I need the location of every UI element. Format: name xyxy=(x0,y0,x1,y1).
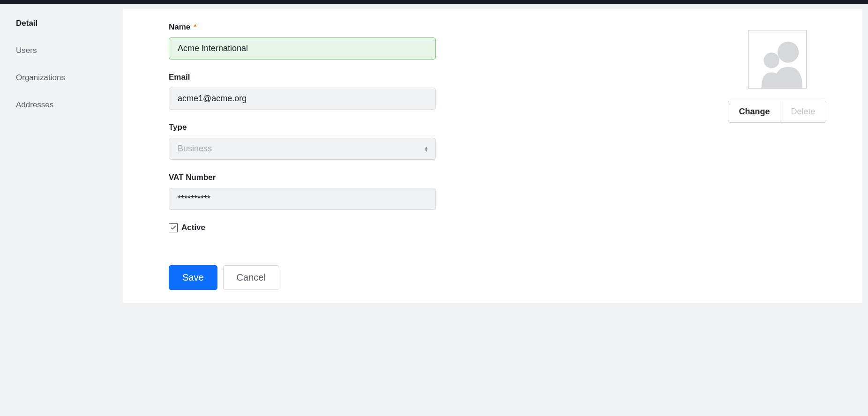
svg-point-1 xyxy=(777,42,798,63)
cancel-button[interactable]: Cancel xyxy=(223,265,279,290)
active-checkbox[interactable] xyxy=(169,223,178,232)
avatar-area: Change Delete xyxy=(707,22,847,290)
email-label: Email xyxy=(169,73,688,82)
name-label-text: Name xyxy=(169,22,190,31)
vat-group: VAT Number xyxy=(169,173,688,210)
avatar-buttons: Change Delete xyxy=(728,101,826,123)
email-group: Email xyxy=(169,73,688,110)
sidebar-item-addresses[interactable]: Addresses xyxy=(16,96,123,114)
svg-point-0 xyxy=(763,52,779,68)
sidebar-item-users[interactable]: Users xyxy=(16,41,123,60)
change-avatar-button[interactable]: Change xyxy=(728,101,780,123)
sidebar-item-organizations[interactable]: Organizations xyxy=(16,68,123,87)
active-label: Active xyxy=(181,223,205,232)
type-label: Type xyxy=(169,123,688,132)
sidebar-item-label: Detail xyxy=(16,19,37,28)
form-area: Name * Email Type Business ▲ ▼ xyxy=(123,22,707,290)
type-select-wrap: Business ▲ ▼ xyxy=(169,138,436,160)
main-panel: Name * Email Type Business ▲ ▼ xyxy=(123,9,862,303)
name-group: Name * xyxy=(169,22,688,59)
delete-avatar-button[interactable]: Delete xyxy=(780,101,826,123)
sidebar-item-detail[interactable]: Detail xyxy=(16,14,123,33)
avatar-image xyxy=(748,30,807,89)
sidebar-item-label: Addresses xyxy=(16,100,53,109)
layout: Detail Users Organizations Addresses Nam… xyxy=(0,4,868,309)
save-button[interactable]: Save xyxy=(169,265,217,290)
required-star-icon: * xyxy=(194,22,197,31)
top-bar xyxy=(0,0,868,4)
sidebar: Detail Users Organizations Addresses xyxy=(6,9,123,303)
sidebar-item-label: Organizations xyxy=(16,73,65,82)
email-input[interactable] xyxy=(169,88,436,110)
active-group: Active xyxy=(169,223,688,232)
check-icon xyxy=(171,225,176,230)
type-select[interactable]: Business xyxy=(169,138,436,160)
button-row: Save Cancel xyxy=(169,265,688,290)
type-group: Type Business ▲ ▼ xyxy=(169,123,688,160)
name-label: Name * xyxy=(169,22,688,32)
sidebar-item-label: Users xyxy=(16,46,37,55)
vat-input[interactable] xyxy=(169,188,436,210)
vat-label: VAT Number xyxy=(169,173,688,182)
name-input[interactable] xyxy=(169,37,436,59)
people-silhouette-icon xyxy=(748,34,806,88)
